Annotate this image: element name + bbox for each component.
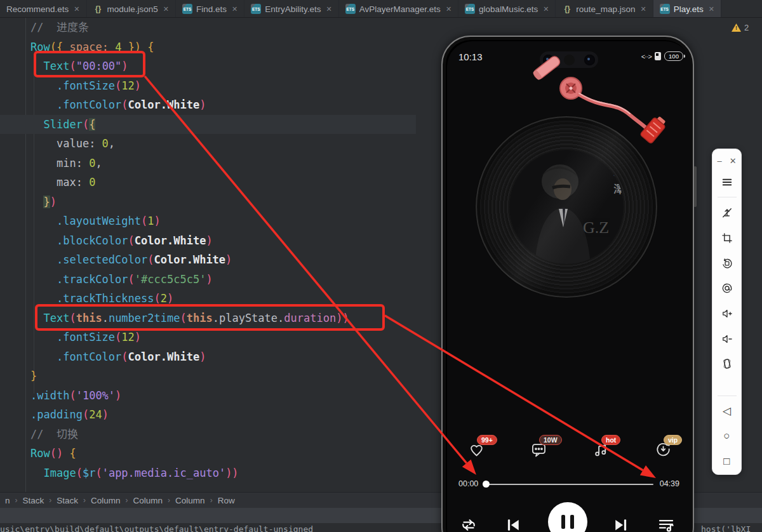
breadcrumb-item-Stack[interactable]: Stack bbox=[57, 496, 78, 505]
code-token: min: bbox=[57, 157, 89, 170]
code-token: .layoutWeight bbox=[57, 215, 141, 227]
tab-close-icon[interactable]: ✕ bbox=[326, 5, 332, 13]
close-button[interactable]: ✕ bbox=[730, 156, 737, 166]
ets-file-icon: ETS bbox=[465, 4, 475, 14]
code-token: $r bbox=[83, 467, 95, 479]
code-token: .selectedColor bbox=[57, 253, 147, 266]
code-token bbox=[30, 196, 43, 208]
previous-button[interactable] bbox=[504, 515, 523, 532]
tab-route_map.json[interactable]: {}route_map.json✕ bbox=[556, 0, 653, 18]
rotate-screen-button[interactable] bbox=[712, 251, 741, 276]
inspection-widget[interactable]: 2 bbox=[732, 23, 749, 32]
tab-close-icon[interactable]: ✕ bbox=[543, 5, 549, 13]
volume-up-button[interactable] bbox=[712, 301, 741, 326]
code-token: Image bbox=[43, 467, 76, 479]
tab-AvPlayerManager.ets[interactable]: ETSAvPlayerManager.ets✕ bbox=[339, 0, 458, 18]
comment-button[interactable]: 10W bbox=[530, 441, 549, 460]
tab-EntryAbility.ets[interactable]: ETSEntryAbility.ets✕ bbox=[244, 0, 339, 18]
code-token: ( bbox=[83, 408, 89, 421]
tab-close-icon[interactable]: ✕ bbox=[446, 5, 451, 13]
progress-track[interactable] bbox=[486, 484, 653, 485]
breadcrumb-item-Column[interactable]: Column bbox=[175, 496, 205, 505]
breadcrumb-separator: › bbox=[168, 496, 170, 505]
code-token: 2 bbox=[161, 292, 167, 305]
tab-close-icon[interactable]: ✕ bbox=[640, 5, 646, 13]
volume-down-button[interactable] bbox=[712, 326, 741, 352]
code-token: , bbox=[109, 137, 115, 150]
minimize-button[interactable]: – bbox=[717, 156, 721, 166]
code-token: .blockColor bbox=[57, 234, 128, 247]
tab-close-icon[interactable]: ✕ bbox=[74, 5, 79, 13]
tab-label: Play.ets bbox=[674, 4, 704, 14]
code-token: )) bbox=[225, 467, 238, 479]
code-token: ) bbox=[199, 98, 206, 111]
like-button[interactable]: 99+ bbox=[468, 441, 487, 460]
code-token bbox=[30, 176, 57, 189]
at-mention-button[interactable] bbox=[712, 276, 741, 301]
menu-button[interactable] bbox=[712, 170, 741, 195]
toolbar-divider bbox=[718, 197, 737, 197]
breadcrumb-item-Column[interactable]: Column bbox=[133, 496, 163, 505]
playlist-button[interactable] bbox=[657, 515, 676, 532]
ets-file-icon: ETS bbox=[182, 4, 192, 14]
share-music-button[interactable]: hot bbox=[592, 441, 612, 460]
back-button[interactable]: ◁ bbox=[712, 399, 741, 424]
tab-Recommend.ets[interactable]: Recommend.ets✕ bbox=[0, 0, 87, 18]
code-token: ( bbox=[115, 79, 121, 92]
code-token: ) bbox=[225, 253, 232, 266]
code-line[interactable]: Slider({ bbox=[0, 115, 416, 135]
rotate-device-button[interactable] bbox=[712, 351, 741, 376]
progress-thumb[interactable] bbox=[483, 481, 490, 488]
tab-Find.ets[interactable]: ETSFind.ets✕ bbox=[176, 0, 244, 18]
code-token: ( bbox=[69, 389, 76, 402]
phone-screen[interactable]: 10:13 <··> 100 bbox=[447, 41, 691, 532]
tab-close-icon[interactable]: ✕ bbox=[232, 5, 237, 13]
code-token: Color.White bbox=[128, 98, 200, 111]
code-token bbox=[30, 273, 57, 286]
breadcrumb-item-Row[interactable]: Row bbox=[218, 496, 235, 505]
json-file-icon: {} bbox=[562, 4, 572, 14]
home-button[interactable]: ○ bbox=[712, 424, 741, 449]
tab-close-icon[interactable]: ✕ bbox=[163, 5, 169, 13]
code-token: } bbox=[30, 369, 37, 382]
badge-hot: hot bbox=[601, 435, 620, 445]
code-token: 0 bbox=[102, 137, 109, 150]
progress-total-time: 04:39 bbox=[660, 479, 679, 488]
tonearm-graphic bbox=[523, 49, 676, 163]
tab-Play.ets[interactable]: ETSPlay.ets✕ bbox=[653, 0, 721, 18]
annotation-box-text-duration bbox=[35, 304, 385, 331]
terminal-path-text: usic\entry\build\default\outputs\default… bbox=[0, 524, 313, 532]
breadcrumb-separator: › bbox=[15, 496, 18, 505]
tab-label: route_map.json bbox=[576, 4, 635, 14]
code-token: ) bbox=[50, 196, 57, 208]
repeat-button[interactable] bbox=[459, 515, 478, 532]
code-token: value: bbox=[57, 137, 102, 150]
recents-button[interactable]: □ bbox=[712, 449, 741, 474]
code-token: { bbox=[89, 118, 95, 131]
code-token bbox=[30, 350, 57, 363]
tab-module.json5[interactable]: {}module.json5✕ bbox=[87, 0, 177, 18]
phone-mirror-window[interactable]: 10:13 <··> 100 bbox=[441, 36, 694, 532]
code-line[interactable]: // 进度条 bbox=[0, 18, 762, 37]
code-token: ( bbox=[76, 467, 83, 479]
pause-button[interactable] bbox=[548, 502, 587, 532]
tab-label: module.json5 bbox=[107, 4, 158, 14]
code-token: ) bbox=[135, 331, 141, 343]
code-token: ( bbox=[128, 234, 135, 247]
tab-globalMusic.ets[interactable]: ETSglobalMusic.ets✕ bbox=[458, 0, 556, 18]
next-button[interactable] bbox=[612, 515, 631, 532]
code-token: '100%' bbox=[76, 389, 115, 402]
code-token: ) bbox=[206, 273, 212, 286]
pointer-off-button[interactable] bbox=[712, 200, 741, 225]
breadcrumb-item-Column[interactable]: Column bbox=[91, 496, 121, 505]
annotation-box-text-0000 bbox=[34, 51, 145, 77]
breadcrumb-item-Stack[interactable]: Stack bbox=[23, 496, 44, 505]
code-token: ( bbox=[121, 98, 128, 111]
crop-button[interactable] bbox=[712, 225, 741, 251]
breadcrumb-item-n[interactable]: n bbox=[5, 496, 10, 505]
code-token: 'app.media.ic_auto' bbox=[102, 467, 225, 479]
ets-file-icon: ETS bbox=[251, 4, 261, 14]
tab-close-icon[interactable]: ✕ bbox=[709, 5, 714, 13]
progress-row: 00:00 04:39 bbox=[447, 478, 691, 491]
download-button[interactable]: vip bbox=[655, 441, 674, 460]
